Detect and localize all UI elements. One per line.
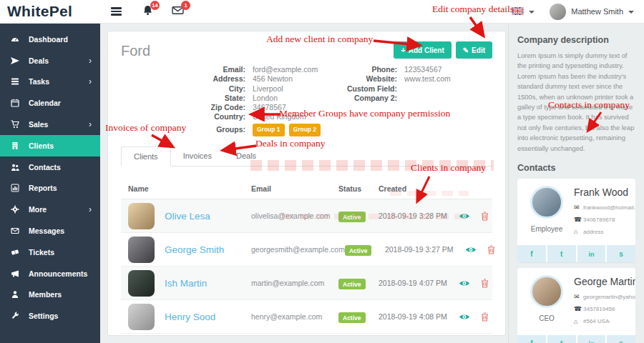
sidebar-item-deals[interactable]: Deals › bbox=[0, 50, 100, 71]
company-detail-card: Ford Add Client Edit Email:ford@example.… bbox=[107, 31, 506, 336]
field-label: Zip Code: bbox=[121, 103, 253, 112]
user-menu-caret-icon[interactable] bbox=[628, 11, 634, 14]
group-badge[interactable]: Group 2 bbox=[289, 124, 321, 136]
messages-badge: 1 bbox=[181, 1, 190, 10]
chevron-right-icon: › bbox=[89, 120, 92, 129]
contact-avatar bbox=[530, 275, 563, 308]
delete-client-icon[interactable] bbox=[481, 312, 489, 322]
home-icon bbox=[574, 226, 580, 238]
client-email: olivelisa@example.com bbox=[251, 212, 338, 220]
language-caret-icon[interactable] bbox=[529, 11, 535, 14]
status-badge: Active bbox=[345, 245, 372, 256]
table-row: Henry Sood henry@example.com Active 2018… bbox=[121, 300, 492, 334]
app-logo: WhitePel bbox=[0, 3, 100, 20]
sidebar-item-dashboard[interactable]: Dashboard bbox=[0, 29, 100, 50]
notifications-badge: 14 bbox=[150, 1, 160, 10]
mail-icon bbox=[574, 291, 580, 303]
view-client-icon[interactable] bbox=[459, 313, 470, 321]
sidebar-item-messages[interactable]: Messages bbox=[0, 220, 100, 242]
wrench-icon bbox=[10, 312, 20, 320]
envelope-icon bbox=[10, 227, 20, 235]
sidebar-item-more[interactable]: More › bbox=[0, 199, 100, 220]
client-email: henry@example.com bbox=[251, 312, 338, 321]
edit-company-button[interactable]: Edit bbox=[456, 41, 492, 59]
user-avatar[interactable] bbox=[550, 4, 566, 20]
delete-client-icon[interactable] bbox=[481, 212, 489, 221]
bar-chart-icon bbox=[10, 184, 20, 192]
sidebar-item-tasks[interactable]: Tasks › bbox=[0, 71, 100, 93]
client-name-link[interactable]: Henry Sood bbox=[165, 312, 215, 322]
sidebar-item-contacts[interactable]: Contacts bbox=[0, 156, 100, 178]
linkedin-icon[interactable] bbox=[577, 335, 606, 343]
client-created: 2018-09-19 4:07 PM bbox=[379, 279, 459, 287]
view-client-icon[interactable] bbox=[459, 212, 470, 220]
megaphone-icon bbox=[10, 269, 20, 278]
field-label: State: bbox=[121, 94, 253, 103]
ticket-icon bbox=[10, 248, 20, 257]
field-label: City: bbox=[121, 84, 253, 94]
company-address: 456 Newton bbox=[253, 74, 293, 84]
contacts-title: Contacts bbox=[517, 163, 635, 173]
annotation-invoices: Invoices of company bbox=[105, 122, 186, 134]
client-name-link[interactable]: Ish Martin bbox=[165, 278, 207, 289]
client-avatar bbox=[128, 270, 155, 297]
contact-email: frankwood@hotmail.com bbox=[583, 202, 635, 213]
annotation-edit-company: Edit company details bbox=[432, 4, 514, 15]
sidebar-item-tickets[interactable]: Tickets bbox=[0, 242, 100, 263]
twitter-icon[interactable] bbox=[547, 245, 576, 262]
plus-icon bbox=[401, 46, 405, 54]
client-created: 2018-09-19 3:27 PM bbox=[385, 245, 465, 254]
add-client-button[interactable]: Add Client bbox=[394, 41, 451, 59]
facebook-icon[interactable] bbox=[517, 245, 546, 262]
delete-client-icon[interactable] bbox=[487, 245, 495, 254]
view-client-icon[interactable] bbox=[465, 246, 477, 254]
delete-client-icon[interactable] bbox=[481, 279, 489, 288]
sidebar-item-clients[interactable]: Clients bbox=[0, 135, 100, 156]
left-sidebar: Dashboard Deals › Tasks › Calendar Sales… bbox=[0, 24, 100, 343]
calendar-icon bbox=[10, 99, 20, 107]
table-row: Ish Martin martin@example.com Active 201… bbox=[121, 267, 492, 300]
status-badge: Active bbox=[338, 279, 366, 289]
table-row: George Smith georgesmith@example.com Act… bbox=[121, 233, 492, 267]
contact-name[interactable]: Frank Wood bbox=[574, 187, 635, 198]
sidebar-item-members[interactable]: Members bbox=[0, 284, 100, 306]
tab-invoices[interactable]: Invoices bbox=[171, 146, 224, 166]
user-name[interactable]: Matthew Smith bbox=[571, 7, 623, 16]
group-badge[interactable]: Group 1 bbox=[253, 124, 285, 136]
tab-deals[interactable]: Deals bbox=[224, 146, 268, 166]
linkedin-icon[interactable] bbox=[577, 245, 606, 262]
field-label: Company 2: bbox=[336, 94, 404, 103]
notifications-bell[interactable]: 14 bbox=[142, 5, 153, 19]
client-email: georgesmith@example.com bbox=[251, 245, 345, 254]
sidebar-item-announcements[interactable]: Announcements bbox=[0, 263, 100, 284]
chevron-right-icon: › bbox=[89, 205, 92, 214]
top-header: WhitePel 14 1 Matthew Smith bbox=[0, 0, 644, 24]
twitter-icon[interactable] bbox=[547, 335, 576, 343]
sidebar-item-calendar[interactable]: Calendar bbox=[0, 92, 100, 114]
skype-icon[interactable] bbox=[607, 245, 635, 262]
company-description-title: Company description bbox=[517, 35, 635, 45]
contact-name[interactable]: George Martin bbox=[574, 276, 635, 287]
facebook-icon[interactable] bbox=[517, 335, 546, 343]
sidebar-item-sales[interactable]: Sales › bbox=[0, 114, 100, 135]
tab-clients[interactable]: Clients bbox=[121, 146, 171, 166]
company-city: Liverpool bbox=[253, 84, 283, 94]
skype-icon[interactable] bbox=[607, 335, 635, 343]
table-header: Name Email Status Created bbox=[121, 184, 492, 199]
view-client-icon[interactable] bbox=[459, 279, 470, 287]
right-panel: Company description Lorem Ipsum is simpl… bbox=[508, 24, 644, 343]
table-row: Olive Lesa olivelisa@example.com Active … bbox=[121, 199, 492, 233]
client-name-link[interactable]: Olive Lesa bbox=[165, 211, 210, 222]
messages-inbox[interactable]: 1 bbox=[172, 5, 184, 18]
contact-phone: 3406789678 bbox=[583, 214, 615, 225]
phone-icon bbox=[574, 214, 580, 226]
company-email: ford@example.com bbox=[253, 65, 318, 74]
client-name-link[interactable]: George Smith bbox=[165, 244, 224, 255]
hamburger-menu-icon[interactable] bbox=[109, 4, 124, 19]
contact-card: CEO George Martin georgemartin@yahoo.com… bbox=[517, 268, 635, 343]
sidebar-item-settings[interactable]: Settings bbox=[0, 305, 100, 327]
chevron-right-icon: › bbox=[89, 56, 92, 65]
sidebar-item-reports[interactable]: Reports bbox=[0, 178, 100, 199]
home-icon bbox=[574, 316, 580, 328]
contact-email: georgemartin@yahoo.com bbox=[583, 292, 635, 302]
